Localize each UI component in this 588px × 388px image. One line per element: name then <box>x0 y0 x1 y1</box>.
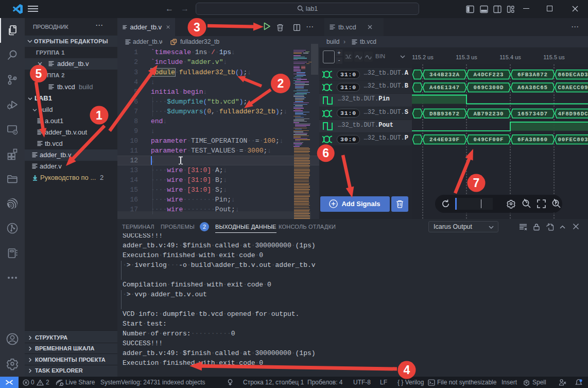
svg-text:A6A38C65: A6A38C65 <box>517 85 548 91</box>
svg-text:244E030F: 244E030F <box>429 137 460 143</box>
svg-text:049CF00F: 049CF00F <box>473 137 504 143</box>
svg-text:AB792230: AB792230 <box>473 111 504 117</box>
svg-text:00FEC803: 00FEC803 <box>558 137 588 143</box>
svg-text:A46E1347: A46E1347 <box>429 85 460 91</box>
svg-text:D8B93672: D8B93672 <box>429 111 460 117</box>
svg-text:165734D7: 165734D7 <box>517 111 548 117</box>
svg-text:6FB3A872: 6FB3A872 <box>517 72 548 78</box>
svg-text:6FA38860: 6FA38860 <box>517 137 548 143</box>
svg-text:A4DCF223: A4DCF223 <box>473 72 504 78</box>
svg-text:86DECAD3: 86DECAD3 <box>558 72 588 78</box>
svg-text:069C300D: 069C300D <box>473 85 504 91</box>
svg-text:4F8D96DC: 4F8D96DC <box>558 111 588 117</box>
svg-text:C8AECC09: C8AECC09 <box>558 85 588 91</box>
svg-text:344B232A: 344B232A <box>429 72 460 78</box>
